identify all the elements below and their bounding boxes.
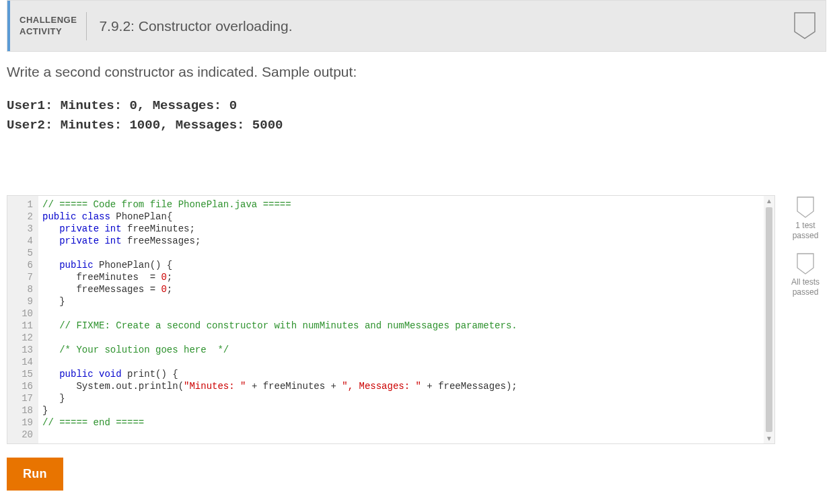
line-number: 16 bbox=[7, 380, 33, 392]
code-line[interactable]: // ===== Code from file PhonePlan.java =… bbox=[42, 199, 760, 211]
code-line[interactable] bbox=[42, 247, 760, 259]
sample-output: User1: Minutes: 0, Messages: 0 User2: Mi… bbox=[7, 96, 826, 136]
line-number: 10 bbox=[7, 308, 33, 320]
scroll-down-icon[interactable]: ▼ bbox=[766, 435, 772, 442]
test-status-2: All tests passed bbox=[791, 253, 820, 297]
code-line[interactable]: // ===== end ===== bbox=[42, 417, 760, 429]
test-status-1-text: 1 test passed bbox=[793, 221, 819, 241]
code-line[interactable] bbox=[42, 332, 760, 344]
code-line[interactable]: public PhonePlan() { bbox=[42, 259, 760, 271]
run-button[interactable]: Run bbox=[7, 458, 63, 491]
line-number: 1 bbox=[7, 199, 33, 211]
code-line[interactable]: freeMinutes = 0; bbox=[42, 271, 760, 283]
editor-scrollbar[interactable]: ▲ ▼ bbox=[764, 196, 774, 443]
line-number: 17 bbox=[7, 392, 33, 404]
line-number: 8 bbox=[7, 283, 33, 295]
line-number: 7 bbox=[7, 271, 33, 283]
activity-title: 7.9.2: Constructor overloading. bbox=[87, 18, 292, 34]
code-area[interactable]: // ===== Code from file PhonePlan.java =… bbox=[38, 196, 764, 443]
bookmark-icon[interactable] bbox=[793, 11, 816, 42]
shield-icon bbox=[797, 196, 814, 218]
test-status-1: 1 test passed bbox=[793, 196, 819, 241]
code-line[interactable] bbox=[42, 356, 760, 368]
challenge-badge-line2: ACTIVITY bbox=[20, 26, 77, 38]
line-number: 11 bbox=[7, 320, 33, 332]
challenge-badge: CHALLENGE ACTIVITY bbox=[10, 15, 86, 38]
line-number: 20 bbox=[7, 429, 33, 441]
line-number-gutter: 1234567891011121314151617181920 bbox=[7, 196, 38, 443]
line-number: 2 bbox=[7, 211, 33, 223]
scroll-up-icon[interactable]: ▲ bbox=[766, 197, 772, 205]
line-number: 5 bbox=[7, 247, 33, 259]
line-number: 19 bbox=[7, 417, 33, 429]
scrollbar-thumb[interactable] bbox=[766, 207, 772, 432]
test-status-2-text: All tests passed bbox=[791, 277, 820, 297]
code-line[interactable]: // FIXME: Create a second constructor wi… bbox=[42, 320, 760, 332]
line-number: 12 bbox=[7, 332, 33, 344]
code-line[interactable]: private int freeMinutes; bbox=[42, 223, 760, 235]
code-line[interactable]: public void print() { bbox=[42, 368, 760, 380]
line-number: 18 bbox=[7, 404, 33, 417]
line-number: 3 bbox=[7, 223, 33, 235]
shield-icon bbox=[797, 253, 814, 275]
code-line[interactable]: } bbox=[42, 404, 760, 417]
code-line[interactable] bbox=[42, 308, 760, 320]
code-line[interactable] bbox=[42, 429, 760, 441]
code-editor[interactable]: 1234567891011121314151617181920 // =====… bbox=[7, 195, 775, 444]
line-number: 9 bbox=[7, 295, 33, 308]
instruction-text: Write a second constructor as indicated.… bbox=[7, 64, 826, 80]
code-line[interactable]: public class PhonePlan{ bbox=[42, 211, 760, 223]
code-line[interactable]: private int freeMessages; bbox=[42, 235, 760, 247]
activity-header: CHALLENGE ACTIVITY 7.9.2: Constructor ov… bbox=[7, 0, 826, 52]
challenge-badge-line1: CHALLENGE bbox=[20, 15, 77, 26]
code-line[interactable]: } bbox=[42, 295, 760, 308]
line-number: 14 bbox=[7, 356, 33, 368]
line-number: 13 bbox=[7, 344, 33, 356]
line-number: 6 bbox=[7, 259, 33, 271]
line-number: 4 bbox=[7, 235, 33, 247]
code-line[interactable]: System.out.println("Minutes: " + freeMin… bbox=[42, 380, 760, 392]
instructions: Write a second constructor as indicated.… bbox=[7, 52, 826, 195]
code-line[interactable]: /* Your solution goes here */ bbox=[42, 344, 760, 356]
code-line[interactable]: freeMessages = 0; bbox=[42, 283, 760, 295]
code-line[interactable]: } bbox=[42, 392, 760, 404]
line-number: 15 bbox=[7, 368, 33, 380]
test-status-column: 1 test passed All tests passed bbox=[785, 195, 826, 444]
